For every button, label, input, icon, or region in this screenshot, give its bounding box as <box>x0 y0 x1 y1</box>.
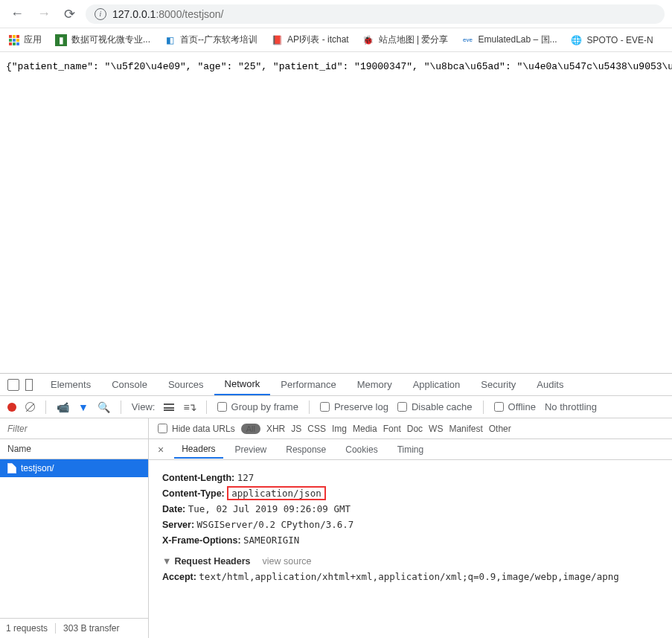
detail-tab-response[interactable]: Response <box>278 441 333 458</box>
filter-font[interactable]: Font <box>383 424 401 434</box>
apps-shortcut[interactable]: 应用 <box>9 34 42 46</box>
offline-checkbox[interactable]: Offline <box>494 401 536 412</box>
waterfall-icon[interactable]: ≡↴ <box>183 401 195 413</box>
filter-css[interactable]: CSS <box>307 424 326 434</box>
filter-all[interactable]: All <box>241 424 260 434</box>
url-text: 127.0.0.1:8000/testjson/ <box>112 8 223 20</box>
headers-panel: Content-Length: 127 Content-Type: applic… <box>149 460 672 638</box>
preserve-log-checkbox[interactable]: Preserve log <box>320 401 388 412</box>
reload-button[interactable]: ⟳ <box>61 4 78 24</box>
disable-cache-checkbox[interactable]: Disable cache <box>397 401 473 412</box>
network-filter-bar: Hide data URLs All XHR JS CSS Img Media … <box>0 418 672 439</box>
bookmark-item[interactable]: ▮数据可视化微专业... <box>55 34 150 46</box>
search-icon[interactable]: 🔍 <box>97 401 110 413</box>
tab-application[interactable]: Application <box>403 374 471 395</box>
browser-toolbar: ← → ⟳ i 127.0.0.1:8000/testjson/ <box>0 0 672 28</box>
hide-data-urls-checkbox[interactable]: Hide data URLs <box>158 424 235 434</box>
tab-memory[interactable]: Memory <box>347 374 403 395</box>
network-summary: 1 requests 303 B transfer <box>0 618 148 638</box>
view-label: View: <box>132 401 156 412</box>
header-content-type: Content-Type: application/json <box>162 488 659 499</box>
document-icon <box>7 463 16 473</box>
screenshot-icon[interactable]: 📹 <box>57 401 69 413</box>
request-headers-section[interactable]: ▼Request Headersview source <box>162 556 659 567</box>
bookmark-item[interactable]: 🐞站点地图 | 爱分享 <box>362 34 449 46</box>
filter-input[interactable] <box>0 418 149 438</box>
devtools-panel: Elements Console Sources Network Perform… <box>0 373 672 638</box>
bookmark-item[interactable]: ◧首页--广东软考培训 <box>164 34 257 46</box>
bookmark-icon: 🐞 <box>362 34 374 46</box>
filter-media[interactable]: Media <box>353 424 377 434</box>
bookmark-icon: 📕 <box>271 34 283 46</box>
detail-tab-cookies[interactable]: Cookies <box>338 441 385 458</box>
clear-button[interactable] <box>25 402 35 412</box>
network-body: Name testjson/ 1 requests 303 B transfer… <box>0 439 672 638</box>
header-server: Server: WSGIServer/0.2 CPython/3.6.7 <box>162 519 659 530</box>
request-row[interactable]: testjson/ <box>0 459 148 477</box>
filter-js[interactable]: JS <box>291 424 301 434</box>
bookmarks-bar: 应用 ▮数据可视化微专业... ◧首页--广东软考培训 📕API列表 - itc… <box>0 28 672 52</box>
back-button[interactable]: ← <box>7 4 27 23</box>
content-type-highlight: application/json <box>227 486 325 500</box>
apps-icon <box>9 35 19 45</box>
network-toolbar: 📹 ▼ 🔍 View: ≡↴ Group by frame Preserve l… <box>0 396 672 418</box>
header-x-frame-options: X-Frame-Options: SAMEORIGIN <box>162 535 659 546</box>
view-source-link[interactable]: view source <box>263 556 312 567</box>
filter-manifest[interactable]: Manifest <box>449 424 482 434</box>
request-name: testjson/ <box>21 463 54 473</box>
record-button[interactable] <box>7 403 16 412</box>
chevron-down-icon: ▼ <box>162 556 171 567</box>
name-column-header[interactable]: Name <box>0 439 148 459</box>
close-detail-button[interactable]: × <box>152 444 170 456</box>
group-by-frame-checkbox[interactable]: Group by frame <box>217 401 298 412</box>
detail-tab-preview[interactable]: Preview <box>228 441 275 458</box>
device-icon[interactable] <box>25 379 33 391</box>
header-date: Date: Tue, 02 Jul 2019 09:26:09 GMT <box>162 503 659 514</box>
bookmark-icon: ◧ <box>164 34 176 46</box>
bookmark-icon: ▮ <box>55 34 67 46</box>
detail-tabs: × Headers Preview Response Cookies Timin… <box>149 439 672 460</box>
tab-audits[interactable]: Audits <box>526 374 574 395</box>
address-bar[interactable]: i 127.0.0.1:8000/testjson/ <box>86 4 665 24</box>
detail-tab-timing[interactable]: Timing <box>390 441 432 458</box>
bookmark-item[interactable]: 🌐SPOTO - EVE-N <box>571 34 653 46</box>
request-detail: × Headers Preview Response Cookies Timin… <box>149 439 672 638</box>
filter-icon[interactable]: ▼ <box>78 401 89 413</box>
header-content-length: Content-Length: 127 <box>162 472 659 483</box>
inspect-icon[interactable] <box>7 379 19 391</box>
filter-img[interactable]: Img <box>332 424 347 434</box>
request-list: Name testjson/ 1 requests 303 B transfer <box>0 439 149 638</box>
bookmark-icon: eve <box>462 34 474 46</box>
type-filters: Hide data URLs All XHR JS CSS Img Media … <box>149 424 520 434</box>
throttling-select[interactable]: No throttling <box>545 401 597 412</box>
page-body-text: {"patient_name": "\u5f20\u4e09", "age": … <box>0 52 672 81</box>
tab-security[interactable]: Security <box>470 374 526 395</box>
filter-other[interactable]: Other <box>489 424 511 434</box>
tab-performance[interactable]: Performance <box>270 374 346 395</box>
tab-console[interactable]: Console <box>101 374 158 395</box>
globe-icon: 🌐 <box>571 34 583 46</box>
detail-tab-headers[interactable]: Headers <box>174 441 223 459</box>
tab-sources[interactable]: Sources <box>158 374 214 395</box>
filter-ws[interactable]: WS <box>429 424 443 434</box>
devtools-tabs: Elements Console Sources Network Perform… <box>0 374 672 396</box>
filter-doc[interactable]: Doc <box>407 424 423 434</box>
site-info-icon[interactable]: i <box>95 8 106 20</box>
requests-count: 1 requests <box>6 623 48 634</box>
large-rows-icon[interactable] <box>164 403 174 411</box>
bookmark-item[interactable]: 📕API列表 - itchat <box>271 34 349 46</box>
tab-elements[interactable]: Elements <box>40 374 101 395</box>
forward-button[interactable]: → <box>34 4 54 23</box>
transfer-size: 303 B transfer <box>55 623 119 634</box>
header-accept: Accept: text/html,application/xhtml+xml,… <box>162 571 659 582</box>
bookmark-item[interactable]: eveEmulatedLab – 国... <box>462 34 557 46</box>
apps-label: 应用 <box>24 34 42 46</box>
filter-xhr[interactable]: XHR <box>266 424 285 434</box>
inspect-dock-icons[interactable] <box>0 379 40 391</box>
tab-network[interactable]: Network <box>214 374 271 395</box>
